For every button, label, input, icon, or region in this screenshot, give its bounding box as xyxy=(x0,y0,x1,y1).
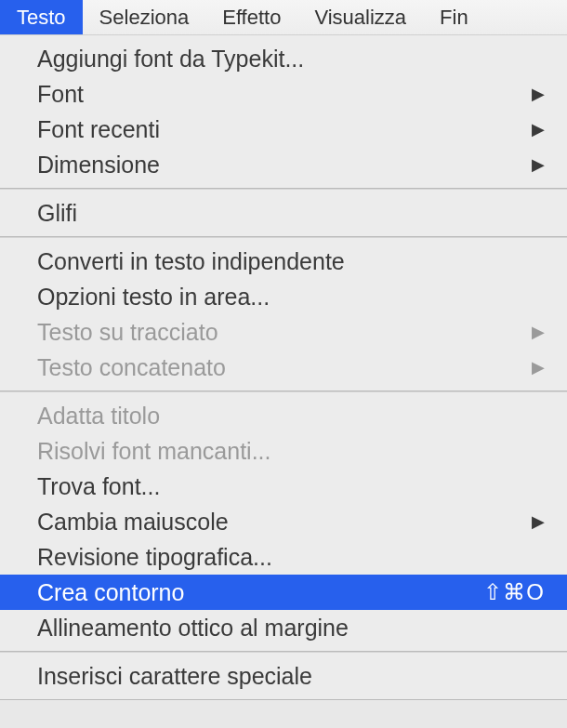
menu-item-label: Converti in testo indipendente xyxy=(37,248,545,275)
menu-item-trova-font[interactable]: Trova font... xyxy=(0,469,567,504)
menu-item-label: Crea contorno xyxy=(37,579,483,606)
menu-item-label: Glifi xyxy=(37,200,545,227)
submenu-arrow-icon: ▶ xyxy=(532,84,545,104)
menu-item-revisione-tipografica[interactable]: Revisione tipografica... xyxy=(0,539,567,575)
menu-item-label: Testo concatenato xyxy=(37,354,532,381)
menu-item-label: Font recenti xyxy=(37,116,532,143)
menu-section: Adatta titolo Risolvi font mancanti... T… xyxy=(0,391,567,652)
menu-item-inserisci-carattere-speciale[interactable]: Inserisci carattere speciale xyxy=(0,658,567,694)
menu-item-label: Dimensione xyxy=(37,152,532,179)
menu-item-label: Risolvi font mancanti... xyxy=(37,438,545,465)
menu-item-label: Aggiungi font da Typekit... xyxy=(37,46,545,73)
menu-item-converti-testo-indipendente[interactable]: Converti in testo indipendente xyxy=(0,244,567,279)
submenu-arrow-icon: ▶ xyxy=(532,119,545,139)
menu-item-label: Trova font... xyxy=(37,473,545,500)
menubar-item-visualizza[interactable]: Visualizza xyxy=(297,0,423,34)
dropdown-menu: Aggiungi font da Typekit... Font ▶ Font … xyxy=(0,35,567,700)
submenu-arrow-icon: ▶ xyxy=(532,357,545,377)
menu-item-font[interactable]: Font ▶ xyxy=(0,76,567,112)
menu-item-testo-concatenato: Testo concatenato ▶ xyxy=(0,350,567,385)
menu-item-adatta-titolo: Adatta titolo xyxy=(0,398,567,433)
menubar-item-testo[interactable]: Testo xyxy=(0,0,83,34)
menubar-item-seleziona[interactable]: Seleziona xyxy=(83,0,206,34)
menu-item-cambia-maiuscole[interactable]: Cambia maiuscole ▶ xyxy=(0,504,567,539)
menu-section: Converti in testo indipendente Opzioni t… xyxy=(0,237,567,391)
menu-item-risolvi-font-mancanti: Risolvi font mancanti... xyxy=(0,433,567,469)
menu-item-allineamento-ottico[interactable]: Allineamento ottico al margine xyxy=(0,610,567,645)
menu-item-label: Inserisci carattere speciale xyxy=(37,663,545,690)
menu-item-label: Allineamento ottico al margine xyxy=(37,615,545,642)
menu-item-shortcut: ⇧⌘O xyxy=(483,579,545,605)
submenu-arrow-icon: ▶ xyxy=(532,154,545,175)
menu-item-label: Cambia maiuscole xyxy=(37,509,532,536)
menu-item-aggiungi-font-typekit[interactable]: Aggiungi font da Typekit... xyxy=(0,41,567,76)
submenu-arrow-icon: ▶ xyxy=(532,322,545,342)
menu-section: Glifi xyxy=(0,189,567,237)
menu-item-dimensione[interactable]: Dimensione ▶ xyxy=(0,147,567,182)
menu-item-font-recenti[interactable]: Font recenti ▶ xyxy=(0,112,567,147)
menu-item-label: Adatta titolo xyxy=(37,403,545,430)
menu-item-label: Font xyxy=(37,81,532,108)
menubar: Testo Seleziona Effetto Visualizza Fin xyxy=(0,0,567,35)
menubar-item-effetto[interactable]: Effetto xyxy=(205,0,297,34)
menu-item-crea-contorno[interactable]: Crea contorno ⇧⌘O xyxy=(0,575,567,610)
menu-section: Aggiungi font da Typekit... Font ▶ Font … xyxy=(0,35,567,189)
submenu-arrow-icon: ▶ xyxy=(532,511,545,532)
menu-item-label: Testo su tracciato xyxy=(37,319,532,346)
menu-item-label: Opzioni testo in area... xyxy=(37,284,545,311)
menubar-item-fin[interactable]: Fin xyxy=(423,0,485,34)
menu-item-opzioni-testo-area[interactable]: Opzioni testo in area... xyxy=(0,279,567,314)
menu-item-label: Revisione tipografica... xyxy=(37,544,545,571)
menu-item-testo-tracciato: Testo su tracciato ▶ xyxy=(0,314,567,350)
menu-item-glifi[interactable]: Glifi xyxy=(0,195,567,231)
menu-section: Inserisci carattere speciale xyxy=(0,652,567,700)
